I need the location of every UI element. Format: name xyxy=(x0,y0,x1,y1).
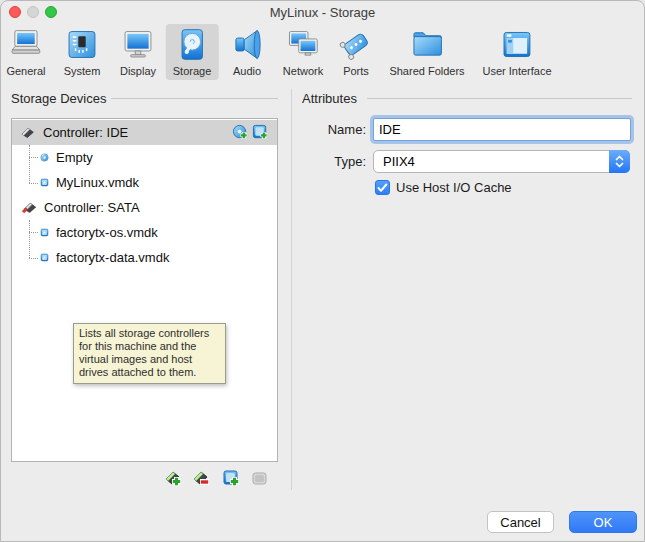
tab-label: User Interface xyxy=(482,65,551,77)
use-host-io-cache-checkbox[interactable] xyxy=(375,180,390,195)
tree-guide-line xyxy=(29,232,38,233)
tab-label: Display xyxy=(120,65,156,77)
user-interface-icon xyxy=(499,26,536,63)
tree-row-label: factorytx-os.vmdk xyxy=(56,225,158,240)
storage-devices-header: Storage Devices xyxy=(11,91,106,106)
tree-row-controller-ide[interactable]: Controller: IDE xyxy=(12,120,277,145)
audio-icon xyxy=(229,26,266,63)
name-label: Name: xyxy=(304,122,366,137)
add-hard-disk-icon[interactable] xyxy=(252,124,269,141)
add-attachment-button[interactable] xyxy=(222,469,241,488)
add-attachment-icon xyxy=(222,469,241,488)
sata-controller-icon xyxy=(13,199,37,216)
type-select[interactable]: PIIX4 xyxy=(373,150,630,173)
ide-controller-icon xyxy=(12,124,36,141)
add-optical-drive-icon[interactable] xyxy=(232,124,249,141)
tab-label: General xyxy=(6,65,45,77)
tab-system[interactable]: System xyxy=(57,24,108,80)
settings-toolbar: General System Display Storage Audio Net… xyxy=(1,23,644,85)
checkmark-icon xyxy=(377,183,388,193)
remove-attachment-button xyxy=(250,469,269,488)
tree-row-label: Controller: SATA xyxy=(44,200,140,215)
tab-general[interactable]: General xyxy=(0,24,53,80)
name-input[interactable] xyxy=(373,118,631,141)
tree-guide-line xyxy=(29,157,38,158)
ports-icon xyxy=(338,26,375,63)
remove-controller-icon xyxy=(192,469,211,488)
tab-display[interactable]: Display xyxy=(113,24,164,80)
use-host-io-cache-row: Use Host I/O Cache xyxy=(375,180,512,195)
tab-network[interactable]: Network xyxy=(276,24,330,80)
storage-devices-header-line xyxy=(111,98,278,99)
add-controller-icon xyxy=(164,469,183,488)
tab-ports[interactable]: Ports xyxy=(331,24,382,80)
cancel-button[interactable]: Cancel xyxy=(487,511,554,533)
tab-shared-folders[interactable]: Shared Folders xyxy=(382,24,471,80)
ok-button[interactable]: OK xyxy=(569,511,637,533)
tree-guide-line xyxy=(29,258,38,259)
tree-row-factorytx-data-vmdk[interactable]: factorytx-data.vmdk xyxy=(13,245,276,270)
tree-row-label: Empty xyxy=(56,150,93,165)
tab-audio[interactable]: Audio xyxy=(222,24,273,80)
tab-label: System xyxy=(64,65,101,77)
tree-row-mylinux-vmdk[interactable]: MyLinux.vmdk xyxy=(13,170,276,195)
tab-label: Audio xyxy=(233,65,261,77)
shared-folders-icon xyxy=(409,26,446,63)
tab-label: Storage xyxy=(173,65,212,77)
tab-label: Shared Folders xyxy=(389,65,464,77)
use-host-io-cache-label: Use Host I/O Cache xyxy=(396,180,512,195)
tree-guide-line xyxy=(29,183,38,184)
tree-guide-line xyxy=(29,220,30,258)
tree-row-label: Controller: IDE xyxy=(43,125,128,140)
network-icon xyxy=(285,26,322,63)
tree-guide-line xyxy=(29,145,30,183)
general-icon xyxy=(7,26,44,63)
panel-divider xyxy=(291,89,292,490)
title-bar: MyLinux - Storage xyxy=(1,1,644,23)
system-icon xyxy=(64,26,101,63)
type-select-value: PIIX4 xyxy=(374,154,609,169)
remove-controller-button[interactable] xyxy=(192,469,211,488)
tree-row-empty-optical[interactable]: Empty xyxy=(13,145,276,170)
type-label: Type: xyxy=(304,154,366,169)
tab-storage[interactable]: Storage xyxy=(166,24,219,80)
attributes-header-line xyxy=(367,98,632,99)
tree-row-label: factorytx-data.vmdk xyxy=(56,250,169,265)
storage-tree-tooltip: Lists all storage controllers for this m… xyxy=(73,323,226,384)
tree-row-factorytx-os-vmdk[interactable]: factorytx-os.vmdk xyxy=(13,220,276,245)
tab-label: Ports xyxy=(343,65,369,77)
display-icon xyxy=(120,26,157,63)
tree-row-label: MyLinux.vmdk xyxy=(56,175,139,190)
tab-label: Network xyxy=(283,65,323,77)
storage-tree[interactable]: Controller: IDE Empty MyLinux.vmdk Contr… xyxy=(11,118,278,462)
storage-icon xyxy=(174,26,211,63)
tab-user-interface[interactable]: User Interface xyxy=(475,24,558,80)
window-title: MyLinux - Storage xyxy=(1,5,644,20)
select-stepper-icon xyxy=(609,150,630,173)
settings-window: MyLinux - Storage General System Display… xyxy=(0,0,645,542)
remove-attachment-icon-disabled xyxy=(250,469,269,488)
attributes-header: Attributes xyxy=(302,91,357,106)
add-controller-button[interactable] xyxy=(164,469,183,488)
tree-row-controller-sata[interactable]: Controller: SATA xyxy=(13,195,276,220)
